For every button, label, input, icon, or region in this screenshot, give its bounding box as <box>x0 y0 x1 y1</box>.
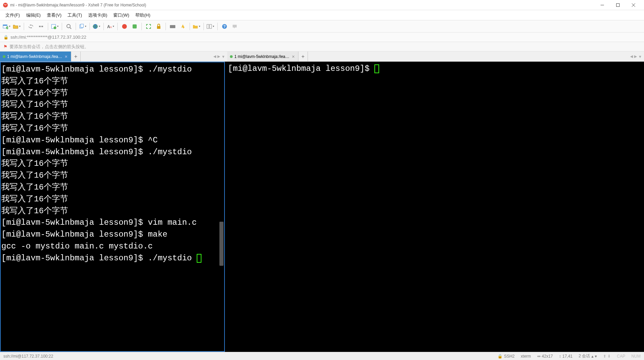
toolbar-separator <box>90 23 90 30</box>
svg-point-13 <box>67 24 70 28</box>
svg-text:+: + <box>7 27 8 29</box>
menubar: 文件(F) 编辑(E) 查看(V) 工具(T) 选项卡(B) 窗口(W) 帮助(… <box>0 10 644 20</box>
toolbar-separator <box>141 23 142 30</box>
toolbar-separator <box>48 23 48 30</box>
menu-view[interactable]: 查看(V) <box>44 11 64 20</box>
tab-next-button[interactable]: ▶ <box>217 54 220 59</box>
svg-point-17 <box>93 24 98 29</box>
svg-line-14 <box>70 27 71 29</box>
svg-text:?: ? <box>223 24 226 28</box>
svg-point-21 <box>122 24 127 29</box>
tab-nav-right: ◀ ▶ ▼ <box>628 52 644 61</box>
svg-rect-22 <box>133 24 137 28</box>
tab-list-button[interactable]: ▼ <box>638 55 642 59</box>
window-title: mi - mi@lavm-5wklnbmaja:/learn/lesson9 -… <box>10 3 594 7</box>
globe-button[interactable]: ▼ <box>93 22 101 31</box>
svg-rect-23 <box>157 26 160 29</box>
svg-point-12 <box>54 26 56 29</box>
svg-rect-2 <box>617 3 620 6</box>
status-session-count[interactable]: 2 会话 ▴ ▾ <box>579 353 597 359</box>
svg-rect-16 <box>81 24 83 27</box>
toolbar-separator <box>117 23 118 30</box>
menu-edit[interactable]: 编辑(E) <box>23 11 43 20</box>
tab-nav-left: ◀ ▶ ▼ <box>211 52 227 61</box>
disconnect-button[interactable] <box>37 22 45 31</box>
tab-next-button[interactable]: ▶ <box>634 54 637 59</box>
tab-session-1[interactable]: 1 mi@lavm-5wklnbmaja:/learn... × <box>0 52 71 61</box>
tab-session-2[interactable]: 1 mi@lavm-5wklnbmaja:/learn... × <box>227 52 298 61</box>
chat-button[interactable] <box>231 22 239 31</box>
tab-list-button[interactable]: ▼ <box>221 55 225 59</box>
menu-tabs[interactable]: 选项卡(B) <box>85 11 110 20</box>
toolbar-separator <box>76 23 76 30</box>
terminal-area: [mi@lavm-5wklnbmaja lesson9]$ ./mystdio … <box>0 62 644 352</box>
status-address: ssh://mi@117.72.37.100:22 <box>3 354 53 359</box>
status-size: ↕ 17,41 <box>559 354 572 359</box>
maximize-button[interactable] <box>610 0 626 10</box>
tab-close-button[interactable]: × <box>291 54 295 59</box>
flag-icon: ⚑ <box>3 44 7 49</box>
highlight-button[interactable] <box>179 22 187 31</box>
scrollbar[interactable] <box>219 222 223 266</box>
xshell-logo-button[interactable] <box>120 22 129 31</box>
menu-tools[interactable]: 工具(T) <box>65 11 85 20</box>
status-updown-icon: ⬆ ⬇ <box>603 354 611 359</box>
add-tab-button[interactable]: + <box>71 52 81 61</box>
tab-group-left: 1 mi@lavm-5wklnbmaja:/learn... × + ◀ ▶ ▼ <box>0 52 227 61</box>
tab-prev-button[interactable]: ◀ <box>630 54 633 59</box>
menu-help[interactable]: 帮助(H) <box>133 11 153 20</box>
status-bar: ssh://mi@117.72.37.100:22 🔒SSH2 xterm ⇔ … <box>0 352 644 360</box>
minimize-button[interactable] <box>594 0 610 10</box>
fullscreen-button[interactable] <box>144 22 153 31</box>
menu-file[interactable]: 文件(F) <box>3 11 23 20</box>
toolbar-separator <box>165 23 166 30</box>
copy-button[interactable]: ▼ <box>79 22 87 31</box>
svg-rect-9 <box>39 26 41 27</box>
new-session-button[interactable]: +▼ <box>3 22 11 31</box>
address-text: ssh://mi:************@117.72.37.100:22 <box>11 35 86 40</box>
titlebar: mi - mi@lavm-5wklnbmaja:/learn/lesson9 -… <box>0 0 644 10</box>
xftp-button[interactable] <box>131 22 139 31</box>
status-num: NUM <box>631 354 641 359</box>
hint-bar: ⚑ 要添加当前会话，点击左侧的箭头按钮。 <box>0 42 644 52</box>
toolbar-separator <box>24 23 24 30</box>
layout-button[interactable]: ▼ <box>207 22 215 31</box>
toolbar: +▼ ▼ ▼ ▼ ▼ AA▼ ▼ ▼ ? <box>0 20 644 33</box>
folder-nav-button[interactable]: ▼ <box>193 22 201 31</box>
close-button[interactable] <box>626 0 641 10</box>
toolbar-separator <box>203 23 204 30</box>
toolbar-separator <box>62 23 62 30</box>
toolbar-separator <box>103 23 104 30</box>
lock-icon: 🔒 <box>3 35 8 40</box>
terminal-left[interactable]: [mi@lavm-5wklnbmaja lesson9]$ ./mystdio … <box>0 62 225 352</box>
lock-button[interactable] <box>155 22 163 31</box>
font-button[interactable]: AA▼ <box>106 22 115 31</box>
search-button[interactable] <box>65 22 73 31</box>
tab-bar: 1 mi@lavm-5wklnbmaja:/learn... × + ◀ ▶ ▼… <box>0 52 644 62</box>
tab-label: 1 mi@lavm-5wklnbmaja:/learn... <box>7 54 62 59</box>
status-termtype: xterm <box>521 354 531 359</box>
status-dimensions: ⇔ 42x17 <box>537 354 553 359</box>
menu-window[interactable]: 窗口(W) <box>111 11 132 20</box>
svg-rect-10 <box>41 26 43 27</box>
svg-rect-26 <box>210 24 212 28</box>
keyboard-button[interactable] <box>169 22 177 31</box>
toolbar-separator <box>217 23 218 30</box>
tab-close-button[interactable]: × <box>64 54 68 59</box>
terminal-right[interactable]: [mi@lavm-5wklnbmaja lesson9]$ <box>227 62 644 352</box>
address-bar[interactable]: 🔒 ssh://mi:************@117.72.37.100:22 <box>0 33 644 42</box>
help-button[interactable]: ? <box>220 22 229 31</box>
properties-button[interactable]: ▼ <box>51 22 59 31</box>
status-cap: CAP <box>617 354 625 359</box>
svg-text:A: A <box>110 25 112 29</box>
hint-text: 要添加当前会话，点击左侧的箭头按钮。 <box>9 44 89 50</box>
window-controls <box>594 0 641 10</box>
svg-rect-6 <box>3 25 7 26</box>
status-proto: 🔒SSH2 <box>497 354 514 359</box>
lock-icon: 🔒 <box>497 354 503 359</box>
connection-dot-icon <box>230 55 233 58</box>
tab-prev-button[interactable]: ◀ <box>213 54 216 59</box>
reconnect-button[interactable] <box>27 22 35 31</box>
add-tab-button[interactable]: + <box>298 52 308 61</box>
open-button[interactable]: ▼ <box>13 22 21 31</box>
